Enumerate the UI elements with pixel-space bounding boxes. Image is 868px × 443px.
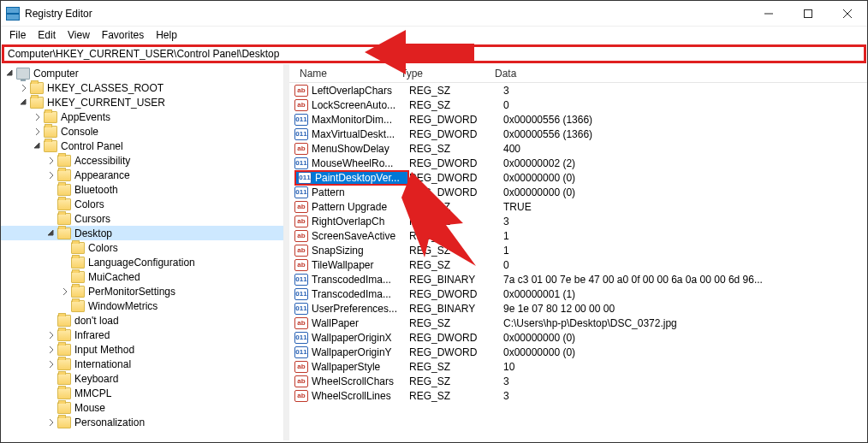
value-row[interactable]: 011MaxMonitorDim...REG_DWORD0x00000556 (…	[289, 112, 867, 127]
value-data: 9e 1e 07 80 12 00 00 00	[503, 303, 867, 315]
caret-icon[interactable]	[45, 358, 57, 370]
value-name: SnapSizing	[312, 245, 409, 257]
value-row[interactable]: 011WallpaperOriginXREG_DWORD0x00000000 (…	[289, 330, 867, 345]
tree-node-hkey-classes-root[interactable]: HKEY_CLASSES_ROOT	[1, 80, 283, 95]
tree-node-console[interactable]: Console	[1, 124, 283, 139]
caret-icon[interactable]	[45, 373, 57, 385]
value-row[interactable]: 011WallpaperOriginYREG_DWORD0x00000000 (…	[289, 345, 867, 359]
folder-icon	[57, 329, 71, 341]
tree-node-desktop[interactable]: Desktop	[1, 226, 283, 240]
address-path[interactable]: Computer\HKEY_CURRENT_USER\Control Panel…	[8, 48, 860, 60]
tree-node-cursors[interactable]: Cursors	[1, 211, 283, 226]
col-type[interactable]: Type	[395, 68, 490, 80]
caret-icon[interactable]	[45, 329, 57, 341]
tree-node-windowmetrics[interactable]: WindowMetrics	[1, 298, 283, 313]
tree-node-infrared[interactable]: Infrared	[1, 328, 283, 342]
caret-icon[interactable]	[45, 402, 57, 414]
value-row[interactable]: 011PatternREG_DWORD0x00000000 (0)	[289, 185, 867, 199]
menu-edit[interactable]: Edit	[33, 27, 61, 43]
tree-node-hkey-current-user[interactable]: HKEY_CURRENT_USER	[1, 95, 283, 109]
tree-node-keyboard[interactable]: Keyboard	[1, 371, 283, 386]
caret-icon[interactable]	[59, 300, 71, 312]
caret-icon[interactable]	[59, 271, 71, 283]
value-row[interactable]: abLockScreenAuto...REG_SZ0	[289, 97, 867, 112]
tree-node-international[interactable]: International	[1, 357, 283, 371]
value-data: 10	[503, 361, 867, 373]
caret-icon[interactable]	[45, 198, 57, 210]
tree-label: Control Panel	[61, 140, 123, 152]
value-row[interactable]: 011MaxVirtualDeskt...REG_DWORD0x00000556…	[289, 127, 867, 141]
caret-icon[interactable]	[45, 227, 57, 239]
value-data: 1	[503, 245, 867, 257]
caret-icon[interactable]	[18, 97, 30, 109]
value-row[interactable]: 011UserPreferences...REG_BINARY9e 1e 07 …	[289, 301, 867, 316]
caret-icon[interactable]	[59, 257, 71, 269]
tree-node-languageconfiguration[interactable]: LanguageConfiguration	[1, 255, 283, 269]
tree-node-control-panel[interactable]: Control Panel	[1, 139, 283, 153]
value-row[interactable]: abPattern UpgradeREG_SZTRUE	[289, 199, 867, 214]
value-row[interactable]: abWheelScrollLinesREG_SZ3	[289, 388, 867, 403]
col-name[interactable]: Name	[294, 68, 395, 80]
menu-help[interactable]: Help	[151, 27, 182, 43]
tree-pane[interactable]: ComputerHKEY_CLASSES_ROOTHKEY_CURRENT_US…	[1, 64, 284, 440]
value-data: 3	[503, 216, 867, 227]
menu-favorites[interactable]: Favorites	[97, 27, 149, 43]
caret-icon[interactable]	[45, 344, 57, 356]
caret-icon[interactable]	[32, 140, 44, 152]
value-row[interactable]: 011MouseWheelRo...REG_DWORD0x00000002 (2…	[289, 156, 867, 170]
value-row[interactable]: abWheelScrollCharsREG_SZ3	[289, 374, 867, 388]
tree-node-don-t-load[interactable]: don't load	[1, 313, 283, 328]
caret-icon[interactable]	[45, 155, 57, 167]
list-body[interactable]: abLeftOverlapCharsREG_SZ3abLockScreenAut…	[289, 83, 867, 440]
value-row[interactable]: abWallPaperREG_SZC:\Users\hp-p\Desktop\D…	[289, 316, 867, 330]
value-row[interactable]: abScreenSaveActiveREG_SZ1	[289, 228, 867, 243]
value-row[interactable]: 011TranscodedIma...REG_DWORD0x00000001 (…	[289, 286, 867, 301]
tree-node-mmcpl[interactable]: MMCPL	[1, 386, 283, 400]
caret-icon[interactable]	[45, 184, 57, 196]
value-data: C:\Users\hp-p\Desktop\DSC_0372.jpg	[503, 317, 867, 329]
tree-node-permonitorsettings[interactable]: PerMonitorSettings	[1, 284, 283, 298]
caret-icon[interactable]	[18, 82, 30, 94]
menu-file[interactable]: File	[4, 27, 31, 43]
value-row[interactable]: abMenuShowDelayREG_SZ400	[289, 141, 867, 156]
tree-node-computer[interactable]: Computer	[1, 66, 283, 80]
folder-icon	[57, 402, 71, 414]
tree-node-colors[interactable]: Colors	[1, 197, 283, 211]
caret-icon[interactable]	[45, 169, 57, 181]
caret-icon[interactable]	[45, 213, 57, 225]
caret-icon[interactable]	[32, 111, 44, 123]
tree-node-muicached[interactable]: MuiCached	[1, 269, 283, 284]
value-row[interactable]: 011PaintDesktopVer...REG_DWORD0x00000000…	[289, 170, 867, 185]
tree-node-bluetooth[interactable]: Bluetooth	[1, 182, 283, 197]
addressbar[interactable]: Computer\HKEY_CURRENT_USER\Control Panel…	[2, 44, 866, 63]
caret-icon[interactable]	[45, 416, 57, 428]
binary-value-icon: 011	[294, 332, 308, 344]
caret-icon[interactable]	[4, 68, 16, 80]
close-button[interactable]	[828, 1, 867, 27]
caret-icon[interactable]	[59, 242, 71, 254]
minimize-button[interactable]	[749, 1, 788, 27]
value-name: Pattern	[312, 186, 409, 198]
tree-node-input-method[interactable]: Input Method	[1, 342, 283, 357]
caret-icon[interactable]	[59, 286, 71, 298]
tree-node-appevents[interactable]: AppEvents	[1, 109, 283, 124]
tree-node-accessibility[interactable]: Accessibility	[1, 153, 283, 168]
tree-node-mouse[interactable]: Mouse	[1, 400, 283, 415]
value-row[interactable]: 011TranscodedIma...REG_BINARY7a c3 01 00…	[289, 272, 867, 286]
menu-view[interactable]: View	[62, 27, 95, 43]
value-row[interactable]: abWallpaperStyleREG_SZ10	[289, 359, 867, 374]
value-row[interactable]: abRightOverlapChREG_SZ3	[289, 214, 867, 228]
tree-node-colors[interactable]: Colors	[1, 240, 283, 255]
list-header[interactable]: Name Type Data	[289, 64, 867, 83]
maximize-button[interactable]	[788, 1, 828, 27]
tree-node-personalization[interactable]: Personalization	[1, 415, 283, 429]
value-row[interactable]: abSnapSizingREG_SZ1	[289, 243, 867, 257]
caret-icon[interactable]	[45, 387, 57, 399]
value-row[interactable]: abLeftOverlapCharsREG_SZ3	[289, 83, 867, 97]
value-row[interactable]: abTileWallpaperREG_SZ0	[289, 257, 867, 272]
binary-value-icon: 011	[294, 157, 308, 169]
col-data[interactable]: Data	[490, 68, 867, 80]
caret-icon[interactable]	[45, 315, 57, 327]
caret-icon[interactable]	[32, 126, 44, 138]
tree-node-appearance[interactable]: Appearance	[1, 168, 283, 182]
